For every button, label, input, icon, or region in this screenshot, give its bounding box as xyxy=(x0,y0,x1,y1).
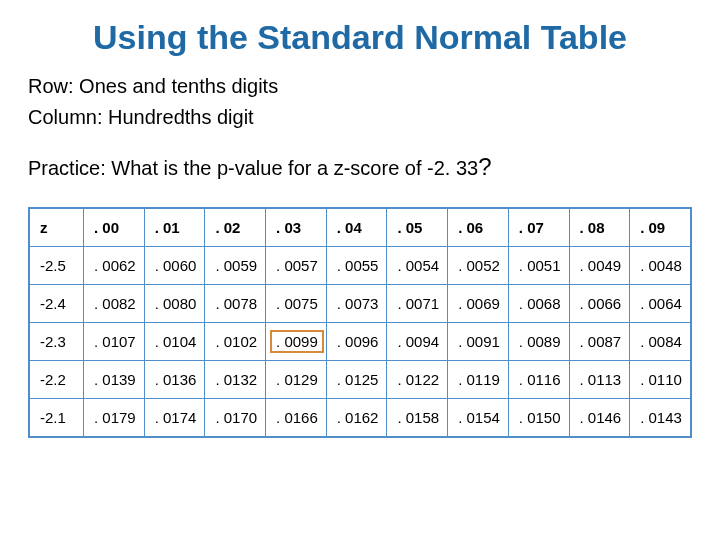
p-value-cell: . 0125 xyxy=(326,361,387,399)
p-value: . 0150 xyxy=(519,409,561,426)
p-value: . 0162 xyxy=(337,409,379,426)
table-row: -2.5. 0062. 0060. 0059. 0057. 0055. 0054… xyxy=(30,247,691,285)
table-row: -2.2. 0139. 0136. 0132. 0129. 0125. 0122… xyxy=(30,361,691,399)
col-header: . 04 xyxy=(326,209,387,247)
p-value-cell: . 0062 xyxy=(84,247,145,285)
p-value-cell: . 0139 xyxy=(84,361,145,399)
p-value-cell: . 0078 xyxy=(205,285,266,323)
p-value-cell: . 0129 xyxy=(266,361,327,399)
p-value-cell: . 0119 xyxy=(448,361,509,399)
p-value: . 0125 xyxy=(337,371,379,388)
p-value: . 0170 xyxy=(215,409,257,426)
p-value: . 0049 xyxy=(580,257,622,274)
p-value-cell: . 0174 xyxy=(144,399,205,437)
p-value: . 0060 xyxy=(155,257,197,274)
p-value: . 0091 xyxy=(458,333,500,350)
p-value-cell: . 0071 xyxy=(387,285,448,323)
p-value: . 0116 xyxy=(519,371,561,388)
column-instruction: Column: Hundredths digit xyxy=(28,104,692,131)
p-value-cell: . 0170 xyxy=(205,399,266,437)
p-value: . 0052 xyxy=(458,257,500,274)
practice-qmark: ? xyxy=(478,153,491,180)
p-value: . 0110 xyxy=(640,371,682,388)
p-value-cell: . 0179 xyxy=(84,399,145,437)
p-value: . 0089 xyxy=(519,333,561,350)
p-value-cell: . 0146 xyxy=(569,399,630,437)
p-value: . 0071 xyxy=(397,295,439,312)
p-value-cell: . 0094 xyxy=(387,323,448,361)
col-header: . 06 xyxy=(448,209,509,247)
p-value: . 0066 xyxy=(580,295,622,312)
p-value: . 0059 xyxy=(215,257,257,274)
p-value: . 0113 xyxy=(580,371,622,388)
p-value-cell: . 0082 xyxy=(84,285,145,323)
z-value: -2.2 xyxy=(30,361,84,399)
p-value: . 0143 xyxy=(640,409,682,426)
p-value-cell: . 0052 xyxy=(448,247,509,285)
p-value: . 0099 xyxy=(270,330,324,353)
p-value: . 0055 xyxy=(337,257,379,274)
p-value: . 0096 xyxy=(337,333,379,350)
p-value-cell: . 0054 xyxy=(387,247,448,285)
p-value-cell: . 0073 xyxy=(326,285,387,323)
table-row: -2.1. 0179. 0174. 0170. 0166. 0162. 0158… xyxy=(30,399,691,437)
z-table-header-row: z. 00. 01. 02. 03. 04. 05. 06. 07. 08. 0… xyxy=(30,209,691,247)
col-header: . 08 xyxy=(569,209,630,247)
z-value: -2.1 xyxy=(30,399,84,437)
p-value-cell: . 0110 xyxy=(630,361,691,399)
z-value: -2.5 xyxy=(30,247,84,285)
p-value-cell: . 0136 xyxy=(144,361,205,399)
p-value-cell: . 0064 xyxy=(630,285,691,323)
p-value-cell: . 0143 xyxy=(630,399,691,437)
p-value: . 0075 xyxy=(276,295,318,312)
p-value-cell: . 0104 xyxy=(144,323,205,361)
z-table-container: z. 00. 01. 02. 03. 04. 05. 06. 07. 08. 0… xyxy=(28,207,692,438)
practice-text: Practice: What is the p-value for a z-sc… xyxy=(28,157,478,179)
p-value: . 0073 xyxy=(337,295,379,312)
p-value: . 0084 xyxy=(640,333,682,350)
p-value: . 0064 xyxy=(640,295,682,312)
p-value: . 0136 xyxy=(155,371,197,388)
col-header: . 02 xyxy=(205,209,266,247)
p-value-cell: . 0068 xyxy=(508,285,569,323)
p-value-cell: . 0107 xyxy=(84,323,145,361)
p-value-cell: . 0132 xyxy=(205,361,266,399)
p-value: . 0154 xyxy=(458,409,500,426)
p-value: . 0166 xyxy=(276,409,318,426)
p-value: . 0068 xyxy=(519,295,561,312)
p-value: . 0179 xyxy=(94,409,136,426)
p-value-cell: . 0055 xyxy=(326,247,387,285)
p-value-cell: . 0158 xyxy=(387,399,448,437)
p-value-cell: . 0060 xyxy=(144,247,205,285)
p-value-cell: . 0089 xyxy=(508,323,569,361)
p-value-cell: . 0057 xyxy=(266,247,327,285)
table-row: -2.3. 0107. 0104. 0102. 0099. 0096. 0094… xyxy=(30,323,691,361)
p-value: . 0078 xyxy=(215,295,257,312)
p-value-cell: . 0096 xyxy=(326,323,387,361)
p-value-cell: . 0066 xyxy=(569,285,630,323)
p-value-cell: . 0116 xyxy=(508,361,569,399)
p-value-cell: . 0049 xyxy=(569,247,630,285)
p-value: . 0146 xyxy=(580,409,622,426)
z-table-body: -2.5. 0062. 0060. 0059. 0057. 0055. 0054… xyxy=(30,247,691,437)
p-value-cell: . 0150 xyxy=(508,399,569,437)
z-header: z xyxy=(30,209,84,247)
z-value: -2.3 xyxy=(30,323,84,361)
p-value: . 0080 xyxy=(155,295,197,312)
p-value-cell: . 0154 xyxy=(448,399,509,437)
p-value: . 0139 xyxy=(94,371,136,388)
p-value: . 0087 xyxy=(580,333,622,350)
p-value: . 0062 xyxy=(94,257,136,274)
col-header: . 07 xyxy=(508,209,569,247)
p-value-cell-highlighted: . 0099 xyxy=(266,323,327,361)
p-value: . 0129 xyxy=(276,371,318,388)
col-header: . 03 xyxy=(266,209,327,247)
p-value-cell: . 0102 xyxy=(205,323,266,361)
p-value-cell: . 0075 xyxy=(266,285,327,323)
p-value: . 0051 xyxy=(519,257,561,274)
p-value: . 0119 xyxy=(458,371,500,388)
p-value: . 0069 xyxy=(458,295,500,312)
p-value: . 0122 xyxy=(397,371,439,388)
p-value: . 0132 xyxy=(215,371,257,388)
p-value: . 0057 xyxy=(276,257,318,274)
